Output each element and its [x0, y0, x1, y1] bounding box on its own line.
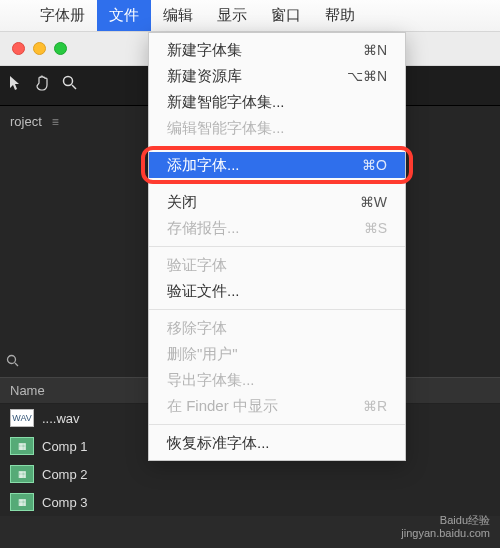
menu-item: 导出字体集...	[149, 367, 405, 393]
menu-item[interactable]: 添加字体...⌘O	[149, 152, 405, 178]
menu-separator	[149, 309, 405, 310]
menu-item-label: 新建字体集	[167, 41, 242, 60]
watermark-line2: jingyan.baidu.com	[401, 527, 490, 540]
project-panel-title: roject	[10, 114, 42, 129]
list-item[interactable]: ▦ Comp 2	[0, 460, 500, 488]
menu-separator	[149, 146, 405, 147]
panel-menu-icon[interactable]: ≡	[52, 115, 58, 129]
watermark-line1: Baidu经验	[401, 514, 490, 527]
wav-file-icon: WAV	[10, 409, 34, 427]
menu-item-label: 恢复标准字体...	[167, 434, 270, 453]
list-item-label: Comp 1	[42, 439, 88, 454]
menubar-window[interactable]: 窗口	[259, 0, 313, 31]
menu-item[interactable]: 验证文件...	[149, 278, 405, 304]
svg-point-0	[64, 77, 73, 86]
menu-item-label: 添加字体...	[167, 156, 240, 175]
menu-item: 删除"用户"	[149, 341, 405, 367]
menu-separator	[149, 424, 405, 425]
menu-item-label: 在 Finder 中显示	[167, 397, 278, 416]
list-item[interactable]: ▦ Comp 3	[0, 488, 500, 516]
menu-item: 编辑智能字体集...	[149, 115, 405, 141]
menu-item[interactable]: 新建资源库⌥⌘N	[149, 63, 405, 89]
file-menu-dropdown: 新建字体集⌘N新建资源库⌥⌘N新建智能字体集...编辑智能字体集...添加字体.…	[148, 32, 406, 461]
menu-item: 在 Finder 中显示⌘R	[149, 393, 405, 419]
menu-item-label: 存储报告...	[167, 219, 240, 238]
svg-point-2	[8, 355, 16, 363]
menu-item[interactable]: 恢复标准字体...	[149, 430, 405, 456]
menu-item: 验证字体	[149, 252, 405, 278]
list-item-label: Comp 3	[42, 495, 88, 510]
svg-line-1	[72, 85, 76, 89]
menubar-help[interactable]: 帮助	[313, 0, 367, 31]
menu-item-label: 新建智能字体集...	[167, 93, 285, 112]
menu-item[interactable]: 新建字体集⌘N	[149, 37, 405, 63]
menu-item-label: 关闭	[167, 193, 197, 212]
menubar-app-title[interactable]: 字体册	[28, 0, 97, 31]
minimize-icon[interactable]	[33, 42, 46, 55]
menu-item-shortcut: ⌘S	[364, 220, 387, 236]
menubar-view[interactable]: 显示	[205, 0, 259, 31]
menu-separator	[149, 183, 405, 184]
list-item-label: ....wav	[42, 411, 80, 426]
menu-separator	[149, 246, 405, 247]
composition-icon: ▦	[10, 437, 34, 455]
maximize-icon[interactable]	[54, 42, 67, 55]
menu-item: 存储报告...⌘S	[149, 215, 405, 241]
menu-item-label: 验证文件...	[167, 282, 240, 301]
menu-item-label: 移除字体	[167, 319, 227, 338]
zoom-tool-icon[interactable]	[62, 75, 78, 96]
selection-tool-icon[interactable]	[8, 75, 24, 96]
list-item-label: Comp 2	[42, 467, 88, 482]
menu-item[interactable]: 关闭⌘W	[149, 189, 405, 215]
menu-item-label: 删除"用户"	[167, 345, 238, 364]
search-icon[interactable]	[6, 354, 20, 371]
menu-item-shortcut: ⌘O	[362, 157, 387, 173]
menubar-edit[interactable]: 编辑	[151, 0, 205, 31]
menu-item-label: 新建资源库	[167, 67, 242, 86]
close-icon[interactable]	[12, 42, 25, 55]
composition-icon: ▦	[10, 465, 34, 483]
menubar: 字体册 文件 编辑 显示 窗口 帮助	[0, 0, 500, 32]
menubar-file[interactable]: 文件	[97, 0, 151, 31]
menu-item: 移除字体	[149, 315, 405, 341]
menu-item-label: 导出字体集...	[167, 371, 255, 390]
composition-icon: ▦	[10, 493, 34, 511]
watermark: Baidu经验 jingyan.baidu.com	[401, 514, 490, 540]
menu-item-shortcut: ⌘W	[360, 194, 387, 210]
menu-item-shortcut: ⌥⌘N	[347, 68, 387, 84]
menu-item[interactable]: 新建智能字体集...	[149, 89, 405, 115]
svg-line-3	[15, 363, 18, 366]
menu-item-label: 验证字体	[167, 256, 227, 275]
menu-item-shortcut: ⌘R	[363, 398, 387, 414]
menu-item-label: 编辑智能字体集...	[167, 119, 285, 138]
hand-tool-icon[interactable]	[34, 74, 52, 97]
menu-item-shortcut: ⌘N	[363, 42, 387, 58]
